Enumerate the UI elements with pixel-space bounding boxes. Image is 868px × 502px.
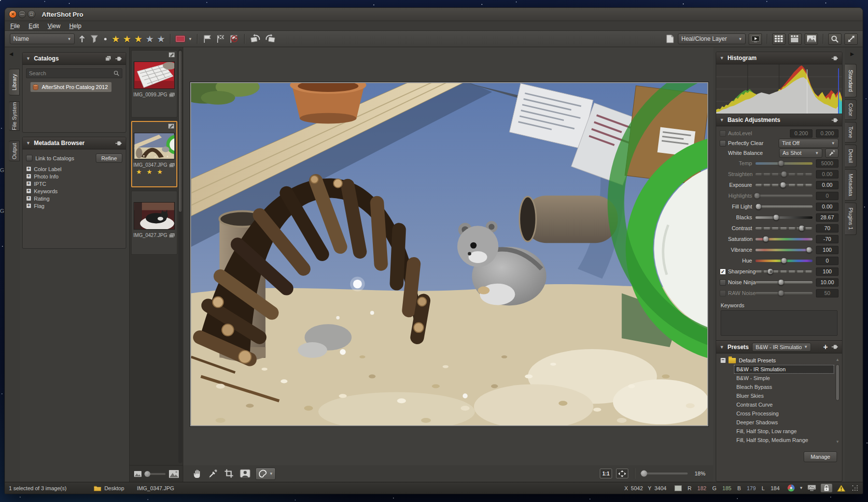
basic-adjustments-header[interactable]: ▼ Basic Adjustments xyxy=(716,114,842,126)
photo-canvas[interactable] xyxy=(190,82,708,426)
metadata-item-iptc[interactable]: +IPTC xyxy=(27,180,126,187)
preset-item[interactable]: Contrast Curve xyxy=(734,400,834,409)
slider-handle[interactable] xyxy=(778,279,784,286)
menu-view[interactable]: View xyxy=(47,23,61,30)
metadata-item-color-label[interactable]: +Color Label xyxy=(27,166,126,172)
chevron-down-icon[interactable]: ▼ xyxy=(269,472,273,476)
preset-item[interactable]: Cross Processing xyxy=(734,409,834,418)
metadata-item-flag[interactable]: +Flag xyxy=(27,203,126,209)
highlights-slider[interactable] xyxy=(756,195,812,197)
exposure-value[interactable]: 0.00 xyxy=(816,181,839,189)
slideshow-button[interactable] xyxy=(749,33,762,45)
warning-icon[interactable] xyxy=(837,485,845,492)
scroll-up-icon[interactable]: ▲ xyxy=(835,357,840,362)
saturation-slider[interactable] xyxy=(756,238,812,240)
fill-light-slider[interactable] xyxy=(756,206,812,208)
crop-tool[interactable] xyxy=(223,468,235,479)
keywords-input[interactable] xyxy=(721,310,838,336)
slider-handle[interactable] xyxy=(773,214,779,221)
add-preset-button[interactable]: + xyxy=(823,343,828,351)
rating-star-5[interactable]: ★ xyxy=(157,34,165,44)
vibrance-value[interactable]: 100 xyxy=(816,246,839,254)
tab-metadata[interactable]: Metadata xyxy=(845,169,857,201)
contrast-slider[interactable] xyxy=(756,227,812,230)
collapse-right-icon[interactable]: ▶ xyxy=(850,51,854,57)
catalog-item[interactable]: AfterShot Pro Catalog 2012 xyxy=(30,82,112,92)
slider-handle[interactable] xyxy=(144,471,150,477)
collapse-icon[interactable]: − xyxy=(721,358,726,363)
no-rating-dot-icon[interactable] xyxy=(104,38,107,40)
rotate-left-icon[interactable] xyxy=(250,33,261,44)
preset-item[interactable]: B&W - Simple xyxy=(734,374,834,383)
collapse-arrow-icon[interactable]: ▼ xyxy=(720,118,724,122)
current-folder[interactable]: Desktop xyxy=(104,485,124,491)
temp-slider[interactable] xyxy=(756,162,812,165)
preset-item[interactable]: Fill, Half Stop, Medium Range xyxy=(734,436,834,444)
presets-scrollbar[interactable]: ▲ ▼ xyxy=(835,357,840,444)
window-titlebar[interactable]: ✕ — ▢ AfterShot Pro xyxy=(5,8,863,21)
contrast-value[interactable]: 70 xyxy=(816,224,839,233)
presets-scrollbar-thumb[interactable] xyxy=(836,364,840,401)
blacks-slider[interactable] xyxy=(756,216,812,219)
slider-handle[interactable] xyxy=(762,236,769,242)
thumbnail-size-slider[interactable] xyxy=(145,473,166,475)
collapse-left-icon[interactable]: ◀ xyxy=(9,51,13,57)
chevron-down-icon[interactable]: ▼ xyxy=(799,486,803,490)
thumbnail-hamster-photo[interactable] xyxy=(134,133,175,159)
zoom-slider-handle[interactable] xyxy=(641,471,647,477)
fit-to-window-button[interactable] xyxy=(616,469,628,478)
catalogs-panel-header[interactable]: ▼ Catalogs xyxy=(23,53,126,65)
actual-size-button[interactable]: 1:1 xyxy=(600,469,612,478)
preset-item[interactable]: Bleach Bypass xyxy=(734,383,834,391)
thumbnail-rating-stars[interactable]: ★ ★ ★ xyxy=(132,169,176,175)
tab-tone[interactable]: Tone xyxy=(845,122,857,143)
slider-handle[interactable] xyxy=(767,268,774,275)
metadata-panel-header[interactable]: ▼ Metadata Browser xyxy=(23,137,126,149)
zoom-slider[interactable] xyxy=(641,472,688,474)
preset-item[interactable]: Fill, Half Stop, Low range xyxy=(734,427,834,436)
expand-icon[interactable]: + xyxy=(27,174,31,178)
tab-file-system[interactable]: File System xyxy=(9,101,20,131)
tab-detail[interactable]: Detail xyxy=(845,145,857,167)
raw-noise-value[interactable]: 50 xyxy=(816,289,839,297)
metadata-item-keywords[interactable]: +Keywords xyxy=(27,188,126,194)
small-thumbnails-icon[interactable] xyxy=(134,471,141,477)
preset-item-selected[interactable]: B&W - IR Simulation xyxy=(734,365,834,374)
link-to-catalogs-checkbox[interactable] xyxy=(26,155,32,161)
collapse-arrow-icon[interactable]: ▼ xyxy=(720,56,724,60)
slider-handle[interactable] xyxy=(780,182,786,188)
pin-icon[interactable] xyxy=(115,141,122,146)
autolevel-checkbox[interactable] xyxy=(720,130,726,137)
expand-icon[interactable]: + xyxy=(27,167,31,171)
color-label-swatch[interactable] xyxy=(175,35,185,42)
thumbnail-keyboard-photo[interactable] xyxy=(134,61,175,89)
collapse-arrow-icon[interactable]: ▼ xyxy=(26,56,30,61)
temp-value[interactable]: 5000 xyxy=(816,159,839,168)
rating-star-2[interactable]: ★ xyxy=(123,34,131,44)
metadata-item-rating[interactable]: +Rating xyxy=(27,195,126,202)
presets-dropdown[interactable]: B&W - IR Simulation▼ xyxy=(752,343,811,352)
slider-handle[interactable] xyxy=(778,290,784,296)
manage-presets-button[interactable]: Manage xyxy=(804,451,837,462)
perfectly-clear-dropdown[interactable]: Tint Off▼ xyxy=(779,139,839,148)
slider-handle[interactable] xyxy=(781,258,787,264)
blacks-value[interactable]: 28.67 xyxy=(816,213,839,222)
flag-clear-icon[interactable] xyxy=(229,34,239,44)
large-thumbnails-icon[interactable] xyxy=(169,470,179,478)
pin-icon[interactable] xyxy=(831,56,839,61)
fullscreen-icon[interactable] xyxy=(844,33,858,45)
metadata-item-photo-info[interactable]: +Photo Info xyxy=(27,173,126,179)
vibrance-slider[interactable] xyxy=(756,249,812,251)
autolevel-value-2[interactable]: 0.200 xyxy=(816,129,839,138)
slider-handle[interactable] xyxy=(778,160,784,167)
slider-handle[interactable] xyxy=(781,171,787,177)
chevron-down-icon[interactable]: ▼ xyxy=(188,37,192,41)
filmstrip-scrollbar-thumb[interactable] xyxy=(178,50,182,212)
slider-handle[interactable] xyxy=(754,193,760,199)
histogram-panel-header[interactable]: ▼ Histogram xyxy=(716,52,842,64)
filmstrip-scrollbar[interactable] xyxy=(178,49,182,463)
heal-clone-tool-selected[interactable]: ▼ xyxy=(255,468,276,480)
exposure-slider[interactable] xyxy=(756,184,812,186)
slider-handle[interactable] xyxy=(755,204,761,210)
image-view-button[interactable] xyxy=(805,33,818,45)
